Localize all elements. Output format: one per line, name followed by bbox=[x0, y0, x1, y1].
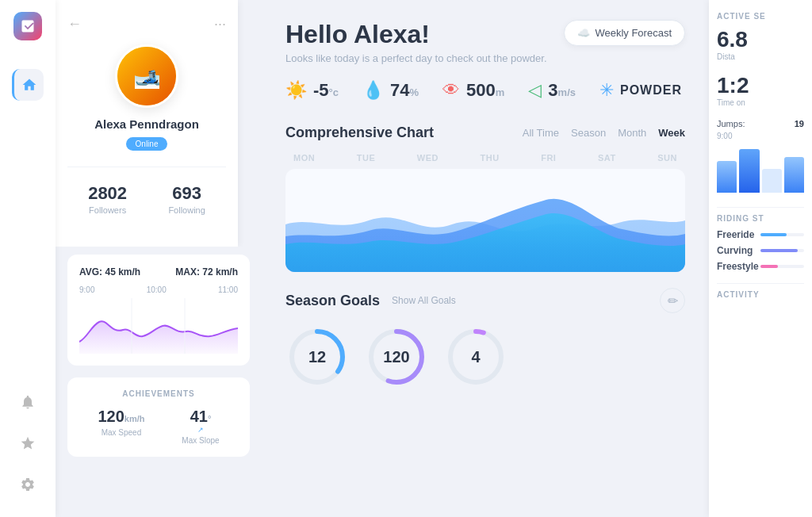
bar-1 bbox=[717, 161, 737, 193]
goal-circle-3: 4 bbox=[444, 325, 508, 389]
day-sat: SAT bbox=[598, 153, 616, 163]
profile-stats: 2802 Followers 693 Following bbox=[67, 167, 226, 215]
temp-value: -5°c bbox=[313, 80, 339, 101]
distance-label: Dista bbox=[717, 52, 804, 61]
goal-circle-2: 120 bbox=[365, 325, 428, 389]
day-fri: FRI bbox=[541, 153, 556, 163]
main-content: Hello Alexa! Looks like today is a perfe… bbox=[262, 0, 709, 517]
profile-column: ← ··· 🎿 Alexa Penndragon Online 2802 Fol… bbox=[56, 0, 262, 517]
riding-freestyle: Freestyle bbox=[717, 261, 804, 272]
avatar: 🎿 bbox=[115, 44, 178, 108]
curving-label: Curving bbox=[717, 245, 753, 256]
goal-circle-1: 12 bbox=[285, 325, 349, 389]
condition-value: POWDER bbox=[620, 83, 682, 98]
goals-circles: 12 120 4 bbox=[285, 325, 685, 393]
visibility-icon: 👁 bbox=[442, 80, 460, 101]
goals-edit-button[interactable]: ✏ bbox=[660, 288, 685, 313]
chart-header: Comprehensive Chart All Time Season Mont… bbox=[285, 124, 685, 141]
bar-time-label: 9:00 bbox=[717, 132, 804, 140]
max-value: 72 bbox=[202, 266, 213, 278]
wind-value: 3m/s bbox=[548, 80, 576, 101]
bar-4 bbox=[784, 157, 804, 193]
goal-item-3: 4 bbox=[444, 325, 508, 393]
tab-season[interactable]: Season bbox=[571, 127, 606, 139]
riding-freeride: Freeride bbox=[717, 229, 804, 240]
avg-speed: AVG: 45 km/h bbox=[79, 266, 140, 278]
sidebar-item-settings[interactable] bbox=[12, 469, 44, 500]
tab-month[interactable]: Month bbox=[618, 127, 646, 139]
riding-style-title: RIDING ST bbox=[717, 214, 804, 223]
profile-panel: ← ··· 🎿 Alexa Penndragon Online 2802 Fol… bbox=[56, 0, 238, 247]
weather-stats: ☀️ -5°c 💧 74% 👁 500m ◁ 3m/s ✳ POWDER bbox=[285, 80, 685, 101]
condition-widget: ✳ POWDER bbox=[599, 80, 682, 101]
forecast-label: Weekly Forecast bbox=[595, 27, 672, 39]
curving-bar-container bbox=[760, 249, 804, 252]
day-mon: MON bbox=[293, 153, 315, 163]
achievements-stats: 120km/h Max Speed 41° ↗ Max Slope bbox=[79, 408, 238, 445]
achievements-title: ACHIEVEMENTS bbox=[79, 389, 238, 398]
sidebar-item-favorites[interactable] bbox=[12, 427, 44, 459]
chart-section: Comprehensive Chart All Time Season Mont… bbox=[285, 124, 685, 272]
freestyle-bar-container bbox=[760, 265, 804, 268]
goal-value-1: 12 bbox=[308, 348, 326, 366]
sidebar-item-notifications[interactable] bbox=[12, 386, 44, 418]
chart-tabs: All Time Season Month Week bbox=[523, 127, 685, 139]
freeride-label: Freeride bbox=[717, 229, 754, 240]
avatar-image: 🎿 bbox=[117, 46, 176, 106]
visibility-value: 500m bbox=[466, 80, 504, 101]
humidity-widget: 💧 74% bbox=[362, 80, 419, 101]
goal-item-2: 120 bbox=[365, 325, 428, 393]
max-speed-label: Max Speed bbox=[98, 428, 144, 437]
following-stat: 693 Following bbox=[168, 183, 205, 215]
humidity-value: 74% bbox=[390, 80, 419, 101]
profile-top-bar: ← ··· bbox=[67, 16, 226, 33]
distance-value: 6.8 bbox=[717, 27, 804, 52]
speed-chart bbox=[79, 298, 238, 354]
freestyle-bar bbox=[760, 265, 778, 268]
goal-item-1: 12 bbox=[285, 325, 349, 393]
goal-value-3: 4 bbox=[471, 348, 480, 366]
goals-header: Season Goals Show All Goals ✏ bbox=[285, 288, 685, 313]
time-2: 10:00 bbox=[147, 285, 167, 294]
jumps-label: Jumps: bbox=[717, 119, 745, 128]
max-slope-label: Max Slope bbox=[182, 436, 219, 445]
greeting-subtitle: Looks like today is a perfect day to che… bbox=[285, 52, 547, 64]
wave-chart bbox=[285, 169, 685, 272]
forecast-button[interactable]: ☁️ Weekly Forecast bbox=[564, 20, 685, 46]
day-thu: THU bbox=[481, 153, 500, 163]
max-unit: km/h bbox=[216, 266, 238, 278]
tab-all-time[interactable]: All Time bbox=[523, 127, 559, 139]
riding-curving: Curving bbox=[717, 245, 804, 256]
chart-day-labels: MON TUE WED THU FRI SAT SUN bbox=[285, 153, 685, 163]
humidity-icon: 💧 bbox=[362, 80, 384, 101]
sidebar-item-home[interactable] bbox=[12, 69, 44, 101]
sun-icon: ☀️ bbox=[285, 80, 307, 101]
max-speed-value: 120km/h bbox=[98, 408, 144, 426]
back-icon[interactable]: ← bbox=[67, 16, 82, 33]
avg-value: 45 bbox=[105, 266, 115, 278]
chart-title: Comprehensive Chart bbox=[285, 124, 434, 141]
speed-header: AVG: 45 km/h MAX: 72 km/h bbox=[79, 266, 238, 278]
followers-label: Followers bbox=[88, 205, 127, 215]
temperature-widget: ☀️ -5°c bbox=[285, 80, 339, 101]
followers-value: 2802 bbox=[88, 183, 127, 204]
wind-widget: ◁ 3m/s bbox=[528, 80, 576, 101]
main-header: Hello Alexa! Looks like today is a perfe… bbox=[285, 20, 685, 64]
app-logo[interactable] bbox=[13, 12, 42, 40]
divider-2 bbox=[717, 283, 804, 284]
time-3: 11:00 bbox=[218, 285, 238, 294]
day-wed: WED bbox=[417, 153, 439, 163]
followers-stat: 2802 Followers bbox=[88, 183, 127, 215]
greeting-title: Hello Alexa! bbox=[285, 20, 547, 49]
following-label: Following bbox=[168, 205, 205, 215]
more-icon[interactable]: ··· bbox=[214, 16, 226, 33]
max-label: MAX: bbox=[175, 266, 200, 278]
speed-panel: AVG: 45 km/h MAX: 72 km/h 9:00 10:00 11:… bbox=[67, 255, 250, 366]
tab-week[interactable]: Week bbox=[658, 127, 685, 139]
goals-title: Season Goals bbox=[285, 293, 380, 309]
time-labels: 9:00 10:00 11:00 bbox=[79, 285, 238, 294]
right-panel: ACTIVE SE 6.8 Dista 1:2 Time on Jumps: 1… bbox=[709, 0, 812, 517]
show-all-goals-link[interactable]: Show All Goals bbox=[392, 295, 456, 306]
max-slope-achievement: 41° ↗ Max Slope bbox=[182, 408, 219, 445]
freestyle-label: Freestyle bbox=[717, 261, 759, 272]
